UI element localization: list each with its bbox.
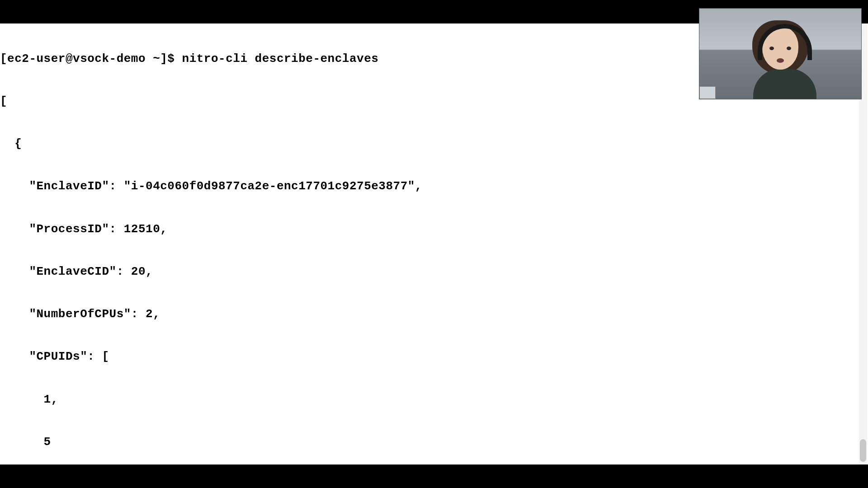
terminal-line: { (0, 137, 868, 151)
terminal-line: 1, (0, 393, 868, 407)
screen: [ec2-user@vsock-demo ~]$ nitro-cli descr… (0, 0, 868, 488)
webcam-pip-thumbnail[interactable] (699, 86, 716, 99)
scrollbar-thumb[interactable] (860, 439, 866, 462)
webcam-overlay[interactable] (699, 8, 862, 99)
presenter-avatar (753, 27, 807, 99)
terminal-line: "ProcessID": 12510, (0, 222, 868, 236)
terminal-line: "EnclaveID": "i-04c060f0d9877ca2e-enc177… (0, 179, 868, 193)
terminal-line: "CPUIDs": [ (0, 350, 868, 364)
terminal-line: 5 (0, 435, 868, 449)
terminal-line: "EnclaveCID": 20, (0, 265, 868, 279)
terminal-line: "NumberOfCPUs": 2, (0, 307, 868, 321)
